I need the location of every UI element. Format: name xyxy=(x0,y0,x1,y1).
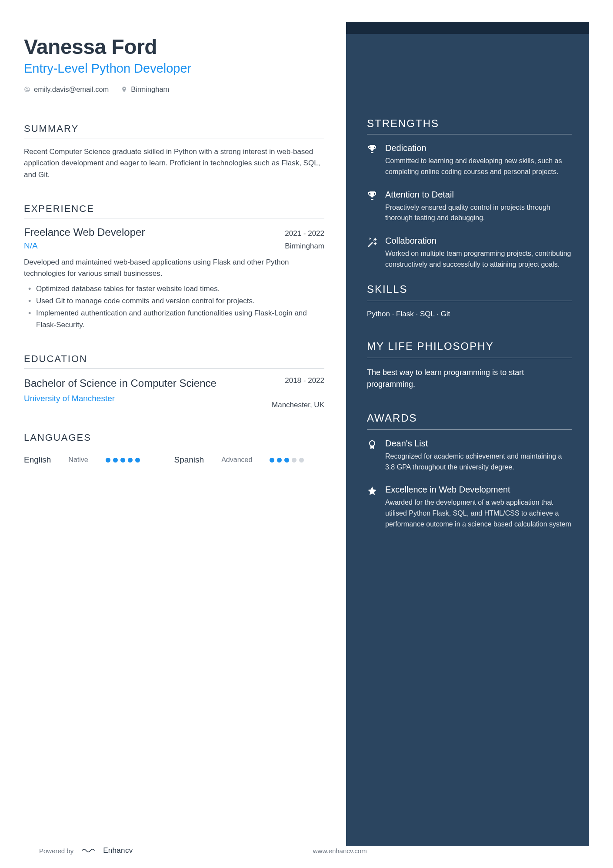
divider xyxy=(24,447,324,447)
language-name: English xyxy=(24,455,51,465)
language-level: Native xyxy=(68,456,88,464)
strength-desc: Worked on multiple team programming proj… xyxy=(385,248,572,270)
contact-row: emily.davis@email.com Birmingham xyxy=(24,85,324,94)
brand-name: Enhancv xyxy=(103,846,133,855)
summary-heading: SUMMARY xyxy=(24,123,324,134)
contact-email: emily.davis@email.com xyxy=(24,85,109,94)
dot xyxy=(292,458,297,462)
award-desc: Recognized for academic achievement and … xyxy=(385,451,572,473)
dot xyxy=(120,458,125,462)
strength-title: Dedication xyxy=(385,143,572,153)
language-item: English Native xyxy=(24,455,174,465)
contact-location: Birmingham xyxy=(121,85,169,94)
education-degree: Bachelor of Science in Computer Science xyxy=(24,376,259,390)
proficiency-dots xyxy=(270,458,304,462)
divider xyxy=(24,368,324,369)
proficiency-dots xyxy=(106,458,140,462)
education-location: Manchester, UK xyxy=(272,401,324,409)
education-dates: 2018 - 2022 xyxy=(272,376,324,385)
sidebar: STRENGTHS Dedication Committed to learni… xyxy=(346,22,589,846)
resume-page: Vanessa Ford Entry-Level Python Develope… xyxy=(0,0,613,868)
powered-by-label: Powered by xyxy=(39,847,73,855)
philosophy-heading: MY LIFE PHILOSOPHY xyxy=(367,340,572,352)
strength-item: Attention to Detail Proactively ensured … xyxy=(367,190,572,224)
skills-list: Python · Flask · SQL · Git xyxy=(367,310,572,318)
strengths-heading: STRENGTHS xyxy=(367,117,572,130)
dot xyxy=(135,458,140,462)
location-text: Birmingham xyxy=(131,85,169,94)
divider xyxy=(24,218,324,218)
pin-icon xyxy=(121,86,127,93)
language-name: Spanish xyxy=(174,455,204,465)
award-title: Dean's List xyxy=(385,439,572,449)
experience-item: Freelance Web Developer 2021 - 2022 N/A … xyxy=(24,226,324,331)
footer: Powered by Enhancv www.enhancv.com xyxy=(39,846,367,855)
experience-company: N/A xyxy=(24,241,38,251)
strength-title: Collaboration xyxy=(385,236,572,246)
dot xyxy=(270,458,274,462)
experience-location: Birmingham xyxy=(285,242,324,251)
trophy-icon xyxy=(367,191,377,201)
bullet: Optimized database tables for faster web… xyxy=(26,283,324,295)
experience-desc: Developed and maintained web-based appli… xyxy=(24,257,324,280)
dot xyxy=(299,458,304,462)
star-icon xyxy=(367,486,377,496)
divider xyxy=(24,138,324,138)
dot xyxy=(277,458,282,462)
wand-icon xyxy=(367,237,377,247)
dot xyxy=(284,458,289,462)
footer-url: www.enhancv.com xyxy=(313,847,367,855)
strength-desc: Committed to learning and developing new… xyxy=(385,156,572,178)
sidebar-top-bar xyxy=(346,22,589,34)
divider xyxy=(367,134,572,134)
strength-item: Dedication Committed to learning and dev… xyxy=(367,143,572,178)
dot xyxy=(113,458,118,462)
language-item: Spanish Advanced xyxy=(174,455,325,465)
email-text: emily.davis@email.com xyxy=(34,85,109,94)
award-item: Dean's List Recognized for academic achi… xyxy=(367,439,572,473)
experience-title: Freelance Web Developer xyxy=(24,226,145,238)
language-level: Advanced xyxy=(221,456,252,464)
philosophy-text: The best way to learn programming is to … xyxy=(367,367,572,390)
medal-icon xyxy=(367,439,377,450)
award-title: Excellence in Web Development xyxy=(385,485,572,495)
languages-row: English Native Spanish Advanced xyxy=(24,455,324,465)
experience-dates: 2021 - 2022 xyxy=(285,229,324,238)
job-title: Entry-Level Python Developer xyxy=(24,61,324,76)
trophy-icon xyxy=(367,144,377,154)
award-item: Excellence in Web Development Awarded fo… xyxy=(367,485,572,530)
award-desc: Awarded for the development of a web app… xyxy=(385,497,572,530)
strength-item: Collaboration Worked on multiple team pr… xyxy=(367,236,572,270)
skills-heading: SKILLS xyxy=(367,283,572,295)
awards-heading: AWARDS xyxy=(367,412,572,424)
experience-heading: EXPERIENCE xyxy=(24,203,324,214)
enhancv-logo-icon xyxy=(81,846,95,855)
bullet: Used Git to manage code commits and vers… xyxy=(26,295,324,307)
divider xyxy=(367,358,572,358)
strength-desc: Proactively ensured quality control in p… xyxy=(385,202,572,224)
education-item: Bachelor of Science in Computer Science … xyxy=(24,376,324,409)
education-heading: EDUCATION xyxy=(24,353,324,365)
main-column: Vanessa Ford Entry-Level Python Develope… xyxy=(24,22,346,846)
at-icon xyxy=(24,86,30,93)
strength-title: Attention to Detail xyxy=(385,190,572,200)
divider xyxy=(367,301,572,301)
languages-heading: LANGUAGES xyxy=(24,432,324,443)
dot xyxy=(106,458,110,462)
person-name: Vanessa Ford xyxy=(24,35,324,59)
education-school: University of Manchester xyxy=(24,394,259,403)
dot xyxy=(128,458,133,462)
summary-text: Recent Computer Science graduate skilled… xyxy=(24,146,324,181)
bullet: Implemented authentication and authoriza… xyxy=(26,308,324,331)
divider xyxy=(367,429,572,430)
experience-bullets: Optimized database tables for faster web… xyxy=(24,283,324,331)
